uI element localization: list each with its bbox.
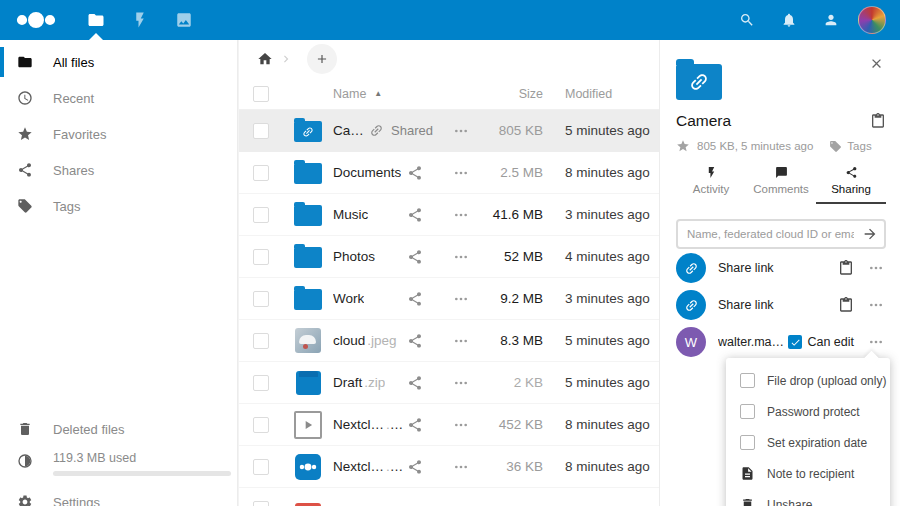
panel-tab[interactable]: Comments [746,166,816,204]
trash-icon [17,421,33,437]
more-actions-icon[interactable] [453,165,469,181]
table-row[interactable]: Work 9.2 MB 3 minutes ago [239,278,659,320]
copy-to-clipboard-icon[interactable] [838,297,854,313]
row-checkbox[interactable] [253,123,269,139]
shared-badge[interactable]: Shared [369,123,433,138]
share-more-actions-icon[interactable] [868,297,884,313]
link-share-list: Share link Share link [676,250,886,323]
more-actions-icon[interactable] [453,375,469,391]
more-actions-icon[interactable] [453,459,469,475]
menu-checkbox[interactable] [740,404,755,419]
file-name: Music [333,207,368,222]
sharee-more-actions-icon[interactable] [868,334,884,350]
menu-item[interactable]: Unshare [726,489,890,506]
menu-checkbox[interactable] [740,435,755,450]
table-row[interactable]: Nextcl….png 36 KB 8 minutes ago [239,446,659,488]
more-actions-icon[interactable] [453,417,469,433]
menu-item[interactable]: Note to recipient [726,458,890,489]
column-header-size[interactable]: Size [481,87,543,101]
tab-icon [705,166,718,179]
home-icon[interactable] [257,51,273,67]
close-icon[interactable] [869,56,884,71]
details-panel: Camera 805 KB, 5 minutes ago Tags Activi… [659,40,900,506]
share-icon[interactable] [407,249,423,265]
table-row[interactable]: Music 41.6 MB 3 minutes ago [239,194,659,236]
search-button[interactable] [726,0,768,40]
sidebar-item[interactable]: Tags [0,188,237,224]
quota-disk-icon [17,453,33,469]
panel-tab[interactable]: Activity [676,166,746,204]
panel-tabs: Activity Comments Sharing [676,166,886,204]
share-icon[interactable] [407,459,423,475]
file-modified: 5 minutes ago [543,333,659,348]
sidebar-item-label: Favorites [53,127,106,142]
panel-tab[interactable]: Sharing [816,166,886,204]
menu-item-label: Note to recipient [767,467,854,481]
quota-bar [53,471,231,476]
contacts-button[interactable] [810,0,852,40]
share-recipient-input[interactable] [676,219,886,249]
share-icon[interactable] [407,291,423,307]
can-edit-toggle[interactable]: Can edit [788,335,854,349]
new-file-button[interactable] [307,44,337,74]
nav-gallery[interactable] [162,0,206,40]
sidebar-item-deleted-files[interactable]: Deleted files [0,411,237,447]
share-search [676,219,886,249]
notifications-button[interactable] [768,0,810,40]
share-icon[interactable] [407,333,423,349]
row-checkbox[interactable] [253,333,269,349]
favorite-star-icon[interactable] [676,139,690,153]
tags-button[interactable]: Tags [847,140,871,152]
more-actions-icon[interactable] [453,249,469,265]
column-header-name[interactable]: Name ▲ [333,87,441,101]
link-share-icon [676,253,706,283]
table-row[interactable]: Ca… Shared 805 KB 5 minutes ago [239,110,659,152]
arrow-right-icon[interactable] [862,226,878,242]
row-checkbox[interactable] [253,207,269,223]
file-modified: 3 minutes ago [543,291,659,306]
table-row[interactable]: Nextcl….mp4 452 KB 8 minutes ago [239,404,659,446]
row-checkbox[interactable] [253,165,269,181]
more-actions-icon[interactable] [453,333,469,349]
row-checkbox[interactable] [253,417,269,433]
row-checkbox[interactable] [253,459,269,475]
row-checkbox[interactable] [253,291,269,307]
more-actions-icon[interactable] [453,291,469,307]
select-all-checkbox[interactable] [253,86,269,102]
row-checkbox[interactable] [253,375,269,391]
column-header-modified[interactable]: Modified [543,87,659,101]
menu-item[interactable]: Password protect [726,396,890,427]
quota-label: 119.3 MB used [53,451,231,465]
table-row[interactable]: cloud.jpeg 8.3 MB 5 minutes ago [239,320,659,362]
menu-checkbox[interactable] [740,373,755,388]
table-row[interactable]: Documents 2.5 MB 8 minutes ago [239,152,659,194]
file-name: Photos [333,249,375,264]
table-row[interactable]: Draft.zip 2 KB 5 minutes ago [239,362,659,404]
sidebar-item-settings[interactable]: Settings [0,484,237,506]
more-actions-icon[interactable] [453,123,469,139]
share-icon[interactable] [407,165,423,181]
row-checkbox[interactable] [253,501,269,506]
table-row[interactable]: Photos 52 MB 4 minutes ago [239,236,659,278]
nav-files[interactable] [74,0,118,40]
share-icon[interactable] [407,375,423,391]
nav-activity[interactable] [118,0,162,40]
sidebar-item[interactable]: Recent [0,80,237,116]
copy-to-clipboard-icon[interactable] [838,260,854,276]
menu-item[interactable]: Set expiration date [726,427,890,458]
file-modified: 8 minutes ago [543,165,659,180]
user-avatar[interactable] [858,6,886,34]
sidebar-item[interactable]: Shares [0,152,237,188]
table-row[interactable] [239,488,659,506]
share-more-actions-icon[interactable] [868,260,884,276]
copy-link-icon[interactable] [870,113,886,129]
sidebar-item[interactable]: All files [0,44,237,80]
menu-item[interactable]: File drop (upload only) [726,365,890,396]
more-actions-icon[interactable] [453,207,469,223]
row-checkbox[interactable] [253,249,269,265]
file-overlay-icon [299,461,318,472]
sidebar-item[interactable]: Favorites [0,116,237,152]
checked-checkbox-icon[interactable] [788,335,802,349]
share-icon[interactable] [407,207,423,223]
share-icon[interactable] [407,417,423,433]
